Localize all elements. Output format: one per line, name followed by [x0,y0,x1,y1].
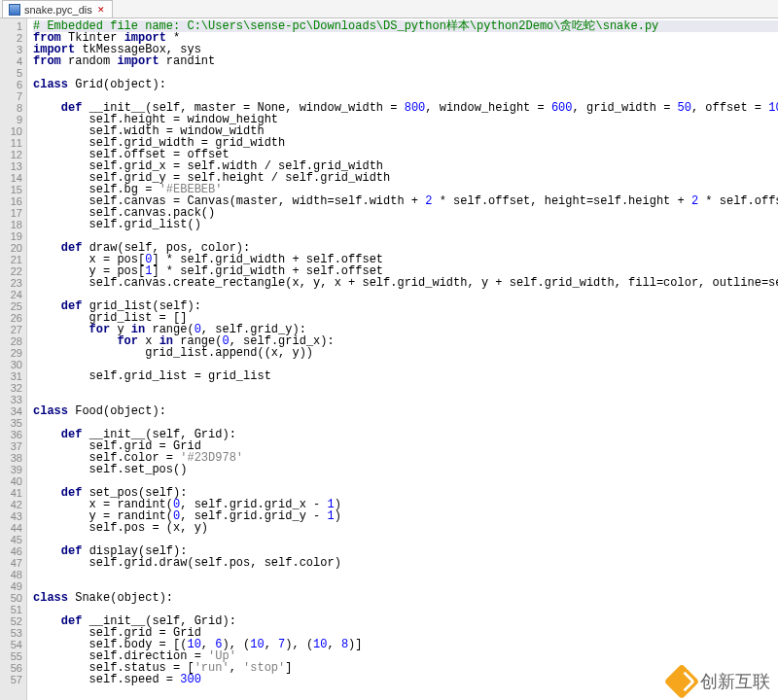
line-number: 50 [0,592,22,604]
line-number: 49 [0,580,22,592]
line-number: 37 [0,440,22,452]
line-number: 52 [0,615,22,627]
code-line: self.set_pos() [33,464,778,475]
line-number: 36 [0,429,22,440]
line-number: 5 [0,67,22,79]
code-line: self.grid_list() [33,219,778,230]
line-number: 8 [0,102,22,114]
tab-bar: snake.pyc_dis ✕ [0,0,778,18]
code-line: class Grid(object): [33,79,778,90]
line-number: 54 [0,639,22,650]
line-number: 57 [0,674,22,685]
code-line: self.grid_list = grid_list [33,370,778,382]
line-number: 23 [0,277,22,289]
line-number: 12 [0,149,22,160]
line-number: 15 [0,184,22,195]
code-line: from random import randint [33,55,778,67]
line-number: 22 [0,265,22,277]
line-number: 56 [0,662,22,674]
line-number: 16 [0,195,22,207]
code-line: self.pos = (x, y) [33,522,778,534]
line-number: 35 [0,417,22,429]
watermark-logo: 创新互联 [669,669,770,694]
line-number: 14 [0,172,22,184]
line-number: 17 [0,207,22,219]
code-line: grid_list.append((x, y)) [33,347,778,359]
line-number: 20 [0,242,22,254]
code-content[interactable]: # Embedded file name: C:\Users\sense-pc\… [27,18,778,700]
line-number: 19 [0,230,22,242]
line-number: 29 [0,347,22,359]
line-number: 48 [0,569,22,580]
line-number: 18 [0,219,22,230]
code-line [33,569,778,580]
line-number: 55 [0,650,22,662]
line-number: 11 [0,137,22,149]
line-number: 7 [0,90,22,102]
line-number: 43 [0,510,22,522]
line-number: 3 [0,44,22,55]
line-number: 30 [0,359,22,370]
logo-icon [664,664,700,700]
line-number: 28 [0,335,22,347]
line-number: 53 [0,627,22,639]
line-number: 46 [0,545,22,557]
line-number: 32 [0,382,22,394]
line-number: 34 [0,405,22,417]
code-line: class Snake(object): [33,592,778,604]
line-number: 44 [0,522,22,534]
code-line: class Food(object): [33,405,778,417]
line-number: 51 [0,604,22,615]
line-number: 9 [0,114,22,125]
line-number: 40 [0,475,22,487]
editor-area: 1234567891011121314151617181920212223242… [0,18,778,700]
line-number: 1 [0,20,22,32]
file-tab[interactable]: snake.pyc_dis ✕ [2,0,113,18]
file-icon [9,4,20,16]
line-number: 38 [0,452,22,464]
line-number: 39 [0,464,22,475]
line-number-gutter: 1234567891011121314151617181920212223242… [0,18,27,700]
line-number: 42 [0,499,22,510]
logo-text: 创新互联 [700,670,770,693]
line-number: 6 [0,79,22,90]
line-number: 10 [0,125,22,137]
code-line [33,382,778,394]
line-number: 31 [0,370,22,382]
line-number: 26 [0,312,22,324]
code-line: self.grid.draw(self.pos, self.color) [33,557,778,569]
line-number: 45 [0,534,22,545]
line-number: 4 [0,55,22,67]
line-number: 2 [0,32,22,44]
line-number: 33 [0,394,22,405]
line-number: 27 [0,324,22,335]
line-number: 13 [0,160,22,172]
line-number: 21 [0,254,22,265]
line-number: 24 [0,289,22,300]
line-number: 25 [0,300,22,312]
line-number: 47 [0,557,22,569]
code-line: self.canvas.create_rectangle(x, y, x + s… [33,277,778,289]
close-icon[interactable]: ✕ [96,5,106,15]
tab-label: snake.pyc_dis [24,4,92,16]
line-number: 41 [0,487,22,499]
